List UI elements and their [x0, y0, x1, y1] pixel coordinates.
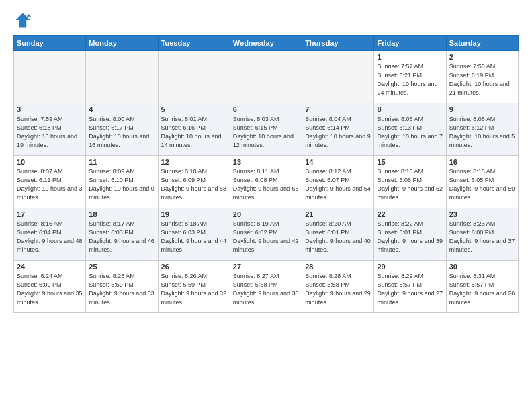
day-number: 28: [305, 263, 371, 271]
day-info: Sunrise: 8:11 AM Sunset: 6:08 PM Dayligh…: [233, 167, 299, 202]
day-info: Sunrise: 8:16 AM Sunset: 6:04 PM Dayligh…: [17, 220, 83, 255]
day-info: Sunrise: 8:01 AM Sunset: 6:16 PM Dayligh…: [161, 115, 227, 150]
day-number: 14: [305, 158, 371, 166]
calendar-cell: 25Sunrise: 8:25 AM Sunset: 5:59 PM Dayli…: [86, 261, 158, 313]
day-info: Sunrise: 8:13 AM Sunset: 6:06 PM Dayligh…: [377, 167, 443, 202]
day-number: 27: [233, 263, 299, 271]
calendar-cell: 13Sunrise: 8:11 AM Sunset: 6:08 PM Dayli…: [230, 156, 302, 208]
calendar-cell: 11Sunrise: 8:09 AM Sunset: 6:10 PM Dayli…: [86, 156, 158, 208]
day-info: Sunrise: 8:31 AM Sunset: 5:57 PM Dayligh…: [449, 272, 515, 307]
day-number: 22: [377, 210, 443, 218]
day-info: Sunrise: 8:24 AM Sunset: 6:00 PM Dayligh…: [17, 272, 83, 307]
calendar-cell: 17Sunrise: 8:16 AM Sunset: 6:04 PM Dayli…: [14, 208, 86, 261]
header: [13, 11, 519, 30]
day-number: 23: [449, 210, 515, 218]
day-info: Sunrise: 8:09 AM Sunset: 6:10 PM Dayligh…: [89, 167, 154, 202]
calendar-cell: 20Sunrise: 8:19 AM Sunset: 6:02 PM Dayli…: [230, 208, 302, 261]
day-info: Sunrise: 8:12 AM Sunset: 6:07 PM Dayligh…: [305, 167, 371, 202]
day-number: 1: [377, 53, 443, 61]
calendar-header-sunday: Sunday: [14, 36, 86, 51]
calendar-cell: 24Sunrise: 8:24 AM Sunset: 6:00 PM Dayli…: [14, 261, 86, 313]
day-info: Sunrise: 8:03 AM Sunset: 6:15 PM Dayligh…: [233, 115, 299, 150]
day-info: Sunrise: 8:18 AM Sunset: 6:03 PM Dayligh…: [161, 220, 227, 255]
svg-marker-1: [26, 14, 31, 17]
calendar-header-friday: Friday: [374, 36, 446, 51]
calendar-week-3: 17Sunrise: 8:16 AM Sunset: 6:04 PM Dayli…: [14, 208, 519, 261]
calendar-week-2: 10Sunrise: 8:07 AM Sunset: 6:11 PM Dayli…: [14, 156, 519, 208]
day-info: Sunrise: 8:17 AM Sunset: 6:03 PM Dayligh…: [89, 220, 154, 255]
day-number: 18: [89, 210, 154, 218]
day-number: 30: [449, 263, 515, 271]
calendar-header-saturday: Saturday: [446, 36, 518, 51]
day-info: Sunrise: 7:59 AM Sunset: 6:18 PM Dayligh…: [17, 115, 83, 150]
logo: [13, 11, 35, 30]
day-info: Sunrise: 8:27 AM Sunset: 5:58 PM Dayligh…: [233, 272, 299, 307]
day-number: 5: [161, 105, 227, 113]
calendar-cell: 30Sunrise: 8:31 AM Sunset: 5:57 PM Dayli…: [446, 261, 518, 313]
day-number: 25: [89, 263, 154, 271]
calendar-cell: 9Sunrise: 8:06 AM Sunset: 6:12 PM Daylig…: [446, 103, 518, 156]
svg-marker-0: [16, 13, 30, 28]
day-number: 2: [449, 53, 515, 61]
calendar: SundayMondayTuesdayWednesdayThursdayFrid…: [13, 35, 519, 313]
calendar-cell: 4Sunrise: 8:00 AM Sunset: 6:17 PM Daylig…: [86, 103, 158, 156]
calendar-week-0: 1Sunrise: 7:57 AM Sunset: 6:21 PM Daylig…: [14, 51, 519, 103]
day-number: 4: [89, 105, 154, 113]
calendar-cell: 28Sunrise: 8:28 AM Sunset: 5:58 PM Dayli…: [302, 261, 374, 313]
calendar-week-1: 3Sunrise: 7:59 AM Sunset: 6:18 PM Daylig…: [14, 103, 519, 156]
calendar-header-tuesday: Tuesday: [158, 36, 230, 51]
day-info: Sunrise: 8:19 AM Sunset: 6:02 PM Dayligh…: [233, 220, 299, 255]
day-number: 3: [17, 105, 83, 113]
calendar-cell: 3Sunrise: 7:59 AM Sunset: 6:18 PM Daylig…: [14, 103, 86, 156]
calendar-cell: 14Sunrise: 8:12 AM Sunset: 6:07 PM Dayli…: [302, 156, 374, 208]
calendar-cell: 23Sunrise: 8:23 AM Sunset: 6:00 PM Dayli…: [446, 208, 518, 261]
logo-icon: [13, 11, 32, 30]
day-info: Sunrise: 8:23 AM Sunset: 6:00 PM Dayligh…: [449, 220, 515, 255]
calendar-cell: 22Sunrise: 8:22 AM Sunset: 6:01 PM Dayli…: [374, 208, 446, 261]
calendar-cell: [14, 51, 86, 103]
day-info: Sunrise: 7:58 AM Sunset: 6:19 PM Dayligh…: [449, 62, 515, 97]
calendar-cell: 5Sunrise: 8:01 AM Sunset: 6:16 PM Daylig…: [158, 103, 230, 156]
calendar-header-row: SundayMondayTuesdayWednesdayThursdayFrid…: [14, 36, 519, 51]
day-number: 7: [305, 105, 371, 113]
day-info: Sunrise: 8:28 AM Sunset: 5:58 PM Dayligh…: [305, 272, 371, 307]
day-info: Sunrise: 8:00 AM Sunset: 6:17 PM Dayligh…: [89, 115, 154, 150]
day-number: 19: [161, 210, 227, 218]
calendar-cell: 12Sunrise: 8:10 AM Sunset: 6:09 PM Dayli…: [158, 156, 230, 208]
page: SundayMondayTuesdayWednesdayThursdayFrid…: [0, 0, 532, 320]
day-info: Sunrise: 7:57 AM Sunset: 6:21 PM Dayligh…: [377, 62, 443, 97]
calendar-cell: 26Sunrise: 8:26 AM Sunset: 5:59 PM Dayli…: [158, 261, 230, 313]
day-number: 10: [17, 158, 83, 166]
day-number: 11: [89, 158, 154, 166]
calendar-cell: 7Sunrise: 8:04 AM Sunset: 6:14 PM Daylig…: [302, 103, 374, 156]
day-number: 12: [161, 158, 227, 166]
calendar-cell: [302, 51, 374, 103]
day-info: Sunrise: 8:06 AM Sunset: 6:12 PM Dayligh…: [449, 115, 515, 150]
day-info: Sunrise: 8:22 AM Sunset: 6:01 PM Dayligh…: [377, 220, 443, 255]
day-number: 6: [233, 105, 299, 113]
calendar-cell: 6Sunrise: 8:03 AM Sunset: 6:15 PM Daylig…: [230, 103, 302, 156]
calendar-cell: 18Sunrise: 8:17 AM Sunset: 6:03 PM Dayli…: [86, 208, 158, 261]
day-info: Sunrise: 8:29 AM Sunset: 5:57 PM Dayligh…: [377, 272, 443, 307]
day-info: Sunrise: 8:10 AM Sunset: 6:09 PM Dayligh…: [161, 167, 227, 202]
day-number: 20: [233, 210, 299, 218]
day-info: Sunrise: 8:25 AM Sunset: 5:59 PM Dayligh…: [89, 272, 154, 307]
calendar-cell: 29Sunrise: 8:29 AM Sunset: 5:57 PM Dayli…: [374, 261, 446, 313]
calendar-cell: 1Sunrise: 7:57 AM Sunset: 6:21 PM Daylig…: [374, 51, 446, 103]
day-number: 15: [377, 158, 443, 166]
day-info: Sunrise: 8:26 AM Sunset: 5:59 PM Dayligh…: [161, 272, 227, 307]
day-info: Sunrise: 8:15 AM Sunset: 6:05 PM Dayligh…: [449, 167, 515, 202]
calendar-week-4: 24Sunrise: 8:24 AM Sunset: 6:00 PM Dayli…: [14, 261, 519, 313]
day-number: 16: [449, 158, 515, 166]
calendar-cell: 15Sunrise: 8:13 AM Sunset: 6:06 PM Dayli…: [374, 156, 446, 208]
calendar-cell: 2Sunrise: 7:58 AM Sunset: 6:19 PM Daylig…: [446, 51, 518, 103]
day-info: Sunrise: 8:04 AM Sunset: 6:14 PM Dayligh…: [305, 115, 371, 150]
day-number: 21: [305, 210, 371, 218]
day-number: 9: [449, 105, 515, 113]
calendar-cell: [230, 51, 302, 103]
day-number: 17: [17, 210, 83, 218]
calendar-cell: 27Sunrise: 8:27 AM Sunset: 5:58 PM Dayli…: [230, 261, 302, 313]
calendar-header-thursday: Thursday: [302, 36, 374, 51]
day-number: 26: [161, 263, 227, 271]
calendar-cell: [86, 51, 158, 103]
